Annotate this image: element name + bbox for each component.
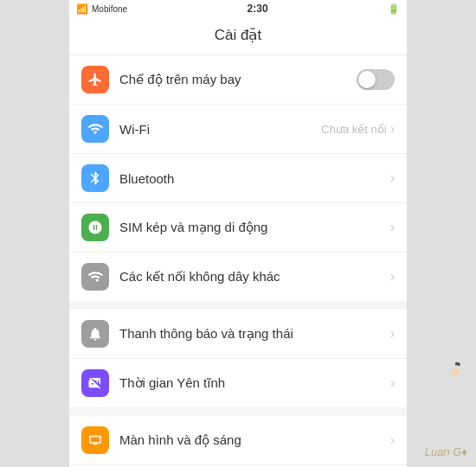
- screen-label: Màn hình và độ sáng: [119, 432, 387, 448]
- sim-right: ›: [387, 220, 395, 235]
- toggle-knob: [358, 71, 376, 88]
- hand-cursor: [447, 361, 462, 381]
- dnd-chevron: ›: [390, 375, 395, 391]
- network-icon: [87, 269, 103, 285]
- status-bar: 📶 Mobifone 2:30 🔋: [69, 0, 407, 17]
- connectivity-section: Chế độ trên máy bay Wi-Fi Chưa kết nối ›: [69, 55, 407, 301]
- dnd-item[interactable]: Thời gian Yên tĩnh ›: [69, 359, 407, 407]
- bluetooth-chevron: ›: [390, 170, 395, 186]
- network-item[interactable]: Các kết nối không dây khác ›: [69, 253, 407, 301]
- screen-chevron: ›: [390, 432, 395, 448]
- wifi-icon: [87, 121, 103, 137]
- page-title: Cài đặt: [69, 17, 407, 55]
- phone-screen: 📶 Mobifone 2:30 🔋 Cài đặt Chế độ trên má…: [69, 0, 407, 467]
- svg-rect-7: [453, 369, 455, 373]
- bluetooth-item[interactable]: Bluetooth ›: [69, 154, 407, 203]
- status-right: 🔋: [388, 3, 400, 15]
- sim-label: SIM kép và mạng di động: [119, 220, 387, 235]
- dnd-icon-wrap: [81, 369, 109, 397]
- hand-icon: [447, 361, 462, 377]
- network-chevron: ›: [390, 269, 395, 285]
- screen-item[interactable]: Màn hình và độ sáng ›: [69, 416, 407, 465]
- wifi-label: Wi-Fi: [119, 122, 321, 137]
- svg-rect-4: [452, 370, 459, 374]
- bluetooth-right: ›: [387, 170, 395, 186]
- wifi-status: Chưa kết nối ›: [321, 121, 395, 137]
- wifi-icon-wrap: [81, 115, 109, 143]
- wifi-item[interactable]: Wi-Fi Chưa kết nối ›: [69, 105, 407, 154]
- svg-rect-2: [93, 444, 98, 445]
- notify-icon: [87, 326, 103, 342]
- airplane-label: Chế độ trên máy bay: [119, 72, 350, 87]
- notifications-section: Thanh thông báo và trạng thái › Thời gia…: [69, 310, 407, 407]
- svg-rect-8: [451, 370, 453, 373]
- dnd-label: Thời gian Yên tĩnh: [119, 375, 387, 391]
- dnd-icon: [87, 375, 103, 391]
- carrier-label: Mobifone: [92, 4, 127, 14]
- network-right: ›: [387, 269, 395, 285]
- network-icon-wrap: [81, 263, 109, 291]
- dnd-right: ›: [387, 375, 395, 391]
- watermark: Luan G♦: [425, 445, 467, 458]
- screen-icon: [87, 432, 103, 448]
- bluetooth-label: Bluetooth: [119, 171, 387, 186]
- time-label: 2:30: [248, 3, 268, 15]
- screen-right: ›: [387, 432, 395, 448]
- sim-item[interactable]: SIM kép và mạng di động ›: [69, 203, 407, 253]
- svg-point-5: [450, 369, 459, 377]
- notify-chevron: ›: [390, 326, 395, 342]
- svg-rect-6: [455, 367, 458, 372]
- notify-label: Thanh thông báo và trạng thái: [119, 326, 387, 342]
- svg-rect-1: [91, 437, 100, 442]
- airplane-icon-wrap: [81, 66, 109, 93]
- settings-container[interactable]: Chế độ trên máy bay Wi-Fi Chưa kết nối ›: [69, 55, 407, 467]
- battery-icon: 🔋: [388, 3, 400, 15]
- notify-right: ›: [387, 326, 395, 342]
- screen-icon-wrap: [81, 426, 109, 454]
- notify-item[interactable]: Thanh thông báo và trạng thái ›: [69, 310, 407, 359]
- status-left: 📶 Mobifone: [76, 3, 127, 15]
- sim-chevron: ›: [390, 220, 395, 235]
- display-section: Màn hình và độ sáng › Tạp chí về hình nề…: [69, 416, 407, 467]
- bluetooth-icon: [87, 170, 103, 186]
- airplane-mode-item[interactable]: Chế độ trên máy bay: [69, 55, 407, 105]
- wifi-chevron: ›: [390, 121, 395, 137]
- signal-icon: 📶: [76, 3, 88, 15]
- network-label: Các kết nối không dây khác: [119, 269, 387, 285]
- svg-rect-3: [455, 361, 460, 366]
- notify-icon-wrap: [81, 320, 109, 348]
- bluetooth-icon-wrap: [81, 164, 109, 192]
- sim-icon-wrap: [81, 214, 109, 241]
- sim-icon: [87, 220, 103, 235]
- airplane-toggle[interactable]: [357, 69, 395, 90]
- airplane-icon: [87, 72, 103, 87]
